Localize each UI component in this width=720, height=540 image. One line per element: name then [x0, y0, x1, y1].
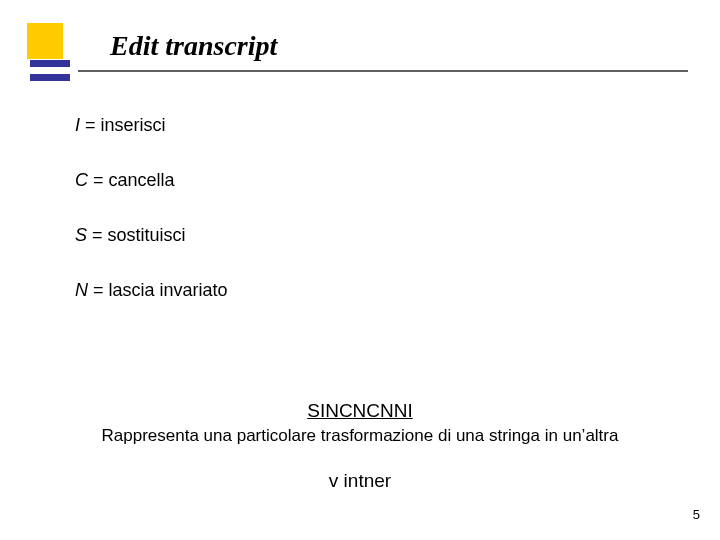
- sequence-caption: Rappresenta una particolare trasformazio…: [0, 426, 720, 446]
- definition-text: sostituisci: [108, 225, 186, 245]
- definition-symbol: C: [75, 170, 88, 190]
- decor-yellow-square: [27, 23, 63, 59]
- equals-sign: =: [93, 280, 109, 300]
- definition-item: N = lascia invariato: [75, 280, 228, 301]
- title-underline: [78, 70, 688, 72]
- example-string: v intner: [0, 470, 720, 492]
- edit-sequence: SINCNCNNI: [0, 400, 720, 422]
- definition-item: C = cancella: [75, 170, 228, 191]
- definition-item: I = inserisci: [75, 115, 228, 136]
- definition-text: lascia invariato: [109, 280, 228, 300]
- definition-symbol: S: [75, 225, 87, 245]
- equals-sign: =: [93, 170, 109, 190]
- definition-symbol: N: [75, 280, 88, 300]
- equals-sign: =: [85, 115, 101, 135]
- definition-symbol: I: [75, 115, 80, 135]
- definitions-list: I = inserisci C = cancella S = sostituis…: [75, 115, 228, 335]
- slide-title: Edit transcript: [110, 30, 277, 62]
- definition-item: S = sostituisci: [75, 225, 228, 246]
- decor-blue-bar: [30, 74, 70, 81]
- equals-sign: =: [92, 225, 108, 245]
- page-number: 5: [693, 507, 700, 522]
- definition-text: inserisci: [101, 115, 166, 135]
- definition-text: cancella: [109, 170, 175, 190]
- decor-blue-bar: [30, 60, 70, 67]
- slide-header: Edit transcript: [0, 0, 720, 80]
